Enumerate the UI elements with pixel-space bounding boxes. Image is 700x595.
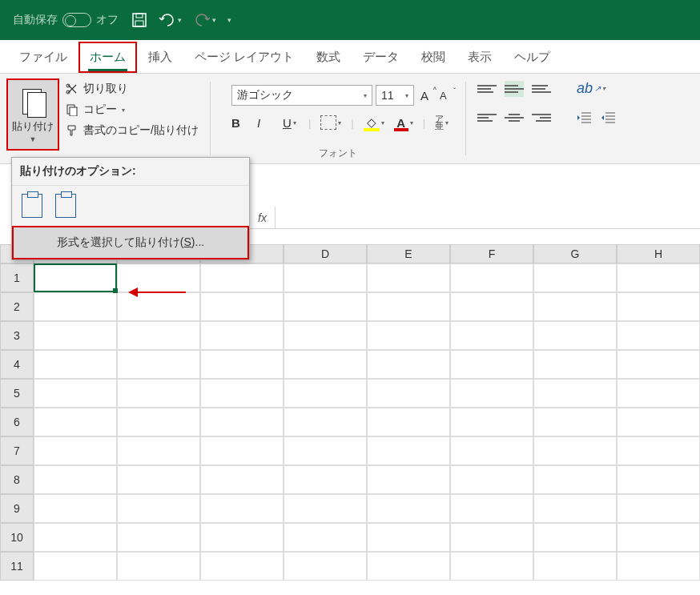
font-name-select[interactable]: 游ゴシック ▾ <box>231 85 372 106</box>
alignment-group: ab↗▾ <box>471 74 623 163</box>
fill-color-button[interactable]: ◇▾ <box>364 115 384 130</box>
qat-customize[interactable]: ▾ <box>227 16 231 24</box>
chevron-down-icon: ▼ <box>30 135 37 143</box>
italic-button[interactable]: I <box>257 116 273 130</box>
chevron-down-icon: ▾ <box>405 92 408 99</box>
row-header[interactable]: 10 <box>0 523 34 552</box>
font-name-value: 游ゴシック <box>237 88 293 103</box>
align-middle-button[interactable] <box>505 81 524 97</box>
align-left-button[interactable] <box>477 110 497 126</box>
paste-icon <box>19 86 46 118</box>
separator <box>465 82 466 155</box>
tab-home[interactable]: ホーム <box>78 42 137 73</box>
separator <box>210 82 211 155</box>
fx-label[interactable]: fx <box>250 207 276 228</box>
cells-area[interactable] <box>34 263 700 581</box>
row-header[interactable]: 1 <box>0 263 34 292</box>
tab-file[interactable]: ファイル <box>8 42 78 73</box>
paste-options-menu: 貼り付けのオプション: 形式を選択して貼り付け(S)... <box>11 157 250 260</box>
chevron-down-icon: ▾ <box>364 92 367 99</box>
font-size-value: 11 <box>381 89 394 102</box>
format-painter-button[interactable]: 書式のコピー/貼り付け <box>66 123 199 138</box>
paste-option-1[interactable] <box>22 194 42 218</box>
autosave-label: 自動保存 <box>13 13 58 27</box>
chevron-down-icon: ▾ <box>445 119 449 127</box>
font-color-icon: A <box>394 116 408 130</box>
indent-icon <box>601 111 617 124</box>
formula-input[interactable] <box>276 207 700 228</box>
undo-icon <box>159 12 176 28</box>
paste-label: 貼り付け <box>12 119 54 134</box>
increase-font-button[interactable]: A^ <box>417 87 433 104</box>
tab-data[interactable]: データ <box>352 42 410 73</box>
arrow-line <box>138 291 186 293</box>
clipboard-group: 貼り付け ▼ 切り取り コピー ▾ 書式のコピー/貼り付け <box>0 74 205 163</box>
row-header[interactable]: 5 <box>0 379 34 408</box>
tab-insert[interactable]: 挿入 <box>137 42 183 73</box>
orientation-button[interactable]: ab↗▾ <box>577 80 605 97</box>
svg-rect-0 <box>133 14 146 26</box>
ribbon-tabs: ファイル ホーム 挿入 ページ レイアウト 数式 データ 校閲 表示 ヘルプ <box>0 40 700 74</box>
align-bottom-button[interactable] <box>532 81 551 97</box>
bucket-icon: ◇ <box>364 115 380 130</box>
font-color-button[interactable]: A▾ <box>394 116 413 130</box>
row-header[interactable]: 6 <box>0 408 34 436</box>
copy-label: コピー <box>83 103 117 117</box>
tab-page-layout[interactable]: ページ レイアウト <box>183 42 305 73</box>
row-header[interactable]: 3 <box>0 321 34 350</box>
copy-icon <box>66 103 78 116</box>
clipboard-small-buttons: 切り取り コピー ▾ 書式のコピー/貼り付け <box>66 78 199 159</box>
underline-button[interactable]: U▾ <box>283 116 299 130</box>
decrease-font-button[interactable]: Aˇ <box>436 88 453 103</box>
tab-formulas[interactable]: 数式 <box>305 42 352 73</box>
col-header[interactable]: D <box>284 244 367 263</box>
cut-button[interactable]: 切り取り <box>66 82 199 96</box>
font-size-select[interactable]: 11 ▾ <box>376 85 414 106</box>
svg-rect-2 <box>135 21 143 26</box>
decrease-indent-button[interactable] <box>577 111 593 124</box>
col-header[interactable]: E <box>367 244 450 263</box>
spreadsheet-grid: A B C D E F G H 1 2 3 4 5 6 7 8 9 10 11 <box>0 244 700 595</box>
paste-option-2[interactable] <box>55 194 76 218</box>
row-header[interactable]: 8 <box>0 465 34 494</box>
row-header[interactable]: 4 <box>0 350 34 379</box>
align-center-button[interactable] <box>505 110 524 126</box>
undo-button[interactable]: ▾ <box>159 12 182 28</box>
active-cell-a1[interactable] <box>34 263 117 292</box>
svg-rect-6 <box>70 107 77 116</box>
tab-view[interactable]: 表示 <box>457 42 503 73</box>
arrow-head-icon <box>128 287 138 297</box>
row-header[interactable]: 11 <box>0 552 34 581</box>
format-painter-label: 書式のコピー/貼り付け <box>83 123 199 138</box>
align-top-button[interactable] <box>477 81 497 97</box>
bold-button[interactable]: B <box>231 116 247 130</box>
title-bar: 自動保存 オフ ▾ ▾ ▾ <box>0 0 700 40</box>
col-header[interactable]: G <box>533 244 617 263</box>
row-headers: 1 2 3 4 5 6 7 8 9 10 11 <box>0 263 34 581</box>
arrow-annotation <box>128 282 186 300</box>
redo-button[interactable]: ▾ <box>193 12 216 28</box>
phonetic-button[interactable]: ア 亜 ▾ <box>435 115 451 130</box>
row-header[interactable]: 9 <box>0 494 34 523</box>
paste-button[interactable]: 貼り付け ▼ <box>6 78 59 151</box>
cut-label: 切り取り <box>83 82 128 96</box>
tab-help[interactable]: ヘルプ <box>503 42 561 73</box>
save-button[interactable] <box>131 12 147 28</box>
tab-review[interactable]: 校閲 <box>410 42 457 73</box>
quick-access-toolbar: ▾ ▾ ▾ <box>131 12 231 28</box>
increase-indent-button[interactable] <box>601 111 617 124</box>
copy-button[interactable]: コピー ▾ <box>66 103 199 117</box>
font-group: 游ゴシック ▾ 11 ▾ A^ Aˇ B I U▾ | ▾ | ◇▾ A▾ | … <box>215 74 461 163</box>
row-header[interactable]: 7 <box>0 436 34 465</box>
align-right-button[interactable] <box>532 110 551 126</box>
row-header[interactable]: 2 <box>0 292 34 321</box>
chevron-down-icon: ▾ <box>602 85 605 92</box>
autosave-state: オフ <box>96 13 119 27</box>
paste-special-menu-item[interactable]: 形式を選択して貼り付け(S)... <box>12 226 249 259</box>
col-header[interactable]: F <box>450 244 533 263</box>
col-header[interactable]: H <box>617 244 700 263</box>
chevron-down-icon: ▾ <box>212 16 216 24</box>
autosave-toggle[interactable]: 自動保存 オフ <box>13 13 119 27</box>
chevron-down-icon: ▾ <box>338 119 341 127</box>
border-button[interactable]: ▾ <box>320 115 341 130</box>
